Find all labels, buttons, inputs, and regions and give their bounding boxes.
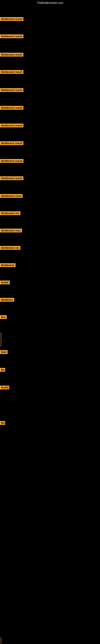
bottleneck-result-label: Bo — [0, 421, 5, 425]
bottleneck-result-label: Bottleneck result — [0, 70, 23, 74]
bottleneck-result-label: Bottleneck result — [0, 106, 23, 110]
bottleneck-result-label: Bottlenec — [0, 298, 14, 302]
vertical-indicator-line — [1, 638, 1, 644]
bottleneck-result-label: Bot — [0, 315, 7, 319]
bottleneck-result-label: Bottleneck result — [0, 124, 23, 128]
bottleneck-result-label: Bottleneck resul — [0, 194, 23, 198]
bottleneck-result-label: Bottleneck result — [0, 176, 23, 180]
bottleneck-result-label: Bo — [0, 368, 5, 372]
bottleneck-result-label: Bottleneck result — [0, 34, 23, 38]
bottleneck-result-label: Bottleneck — [0, 263, 16, 267]
bottleneck-result-label: Bottle — [0, 280, 10, 284]
bottleneck-result-label: Bottleneck result — [0, 159, 23, 163]
bottleneck-result-label: Bottleneck result — [0, 141, 23, 145]
vertical-indicator-line — [1, 332, 1, 346]
bottleneck-result-label: Bottleneck res — [0, 246, 20, 250]
bottleneck-labels-container: Bottleneck resultBottleneck resultBottle… — [0, 6, 100, 644]
bottleneck-result-label: Bottleneck result — [0, 17, 23, 21]
bottleneck-result-label: Bottleneck res — [0, 211, 20, 215]
bottleneck-result-label: Bottleneck result — [0, 53, 23, 56]
bottleneck-result-label: Bottleneck result — [0, 88, 23, 92]
bottleneck-result-label: Bottle — [0, 386, 9, 390]
bottleneck-result-label: Bottleneck resu — [0, 228, 22, 232]
bottleneck-result-label: Bott — [0, 350, 8, 354]
site-title: TheBottlenecker.com — [0, 0, 100, 6]
